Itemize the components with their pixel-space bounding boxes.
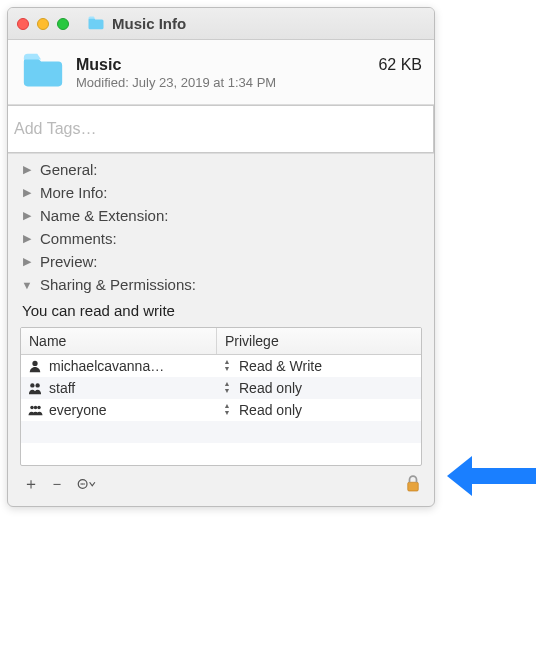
- svg-point-8: [82, 483, 84, 485]
- window-title: Music Info: [112, 15, 186, 32]
- people-icon: [27, 380, 43, 396]
- svg-point-2: [35, 383, 39, 387]
- user-name: everyone: [49, 402, 107, 418]
- permissions-table: Name Privilege michaelcavanna… ▲▼ Read &…: [20, 327, 422, 466]
- permissions-note: You can read and write: [22, 302, 434, 319]
- section-comments[interactable]: ▶ Comments:: [8, 227, 434, 250]
- info-window: Music Info Music 62 KB Modified: July 23…: [7, 7, 435, 507]
- section-name-extension[interactable]: ▶ Name & Extension:: [8, 204, 434, 227]
- chevron-right-icon: ▶: [20, 163, 34, 177]
- file-name: Music: [76, 56, 121, 74]
- lock-icon[interactable]: [404, 475, 422, 493]
- table-row-empty: [21, 443, 421, 465]
- table-row-empty: [21, 421, 421, 443]
- column-header-privilege[interactable]: Privilege: [217, 328, 421, 354]
- folder-icon: [87, 15, 105, 33]
- section-sharing-permissions[interactable]: ▼ Sharing & Permissions:: [8, 273, 434, 296]
- section-label: Comments:: [40, 230, 117, 247]
- table-row[interactable]: staff ▲▼ Read only: [21, 377, 421, 399]
- svg-point-1: [30, 383, 34, 387]
- group-icon: [27, 402, 43, 418]
- table-row[interactable]: michaelcavanna… ▲▼ Read & Write: [21, 355, 421, 377]
- section-label: More Info:: [40, 184, 108, 201]
- svg-point-5: [37, 406, 41, 410]
- modified-date: Modified: July 23, 2019 at 1:34 PM: [76, 75, 422, 90]
- privilege-menu[interactable]: Read & Write: [239, 358, 322, 374]
- minimize-window-button[interactable]: [37, 18, 49, 30]
- traffic-lights: [17, 18, 69, 30]
- titlebar: Music Info: [8, 8, 434, 40]
- folder-icon: [20, 50, 66, 96]
- tags-input[interactable]: [8, 105, 434, 153]
- section-more-info[interactable]: ▶ More Info:: [8, 181, 434, 204]
- section-label: Preview:: [40, 253, 98, 270]
- svg-point-4: [33, 406, 37, 410]
- user-name: staff: [49, 380, 75, 396]
- close-window-button[interactable]: [17, 18, 29, 30]
- column-header-name[interactable]: Name: [21, 328, 217, 354]
- callout-arrow-icon: [442, 451, 542, 504]
- stepper-icon[interactable]: ▲▼: [221, 402, 233, 418]
- section-preview[interactable]: ▶ Preview:: [8, 250, 434, 273]
- stepper-icon[interactable]: ▲▼: [221, 380, 233, 396]
- section-label: Name & Extension:: [40, 207, 168, 224]
- table-row[interactable]: everyone ▲▼ Read only: [21, 399, 421, 421]
- svg-point-9: [83, 483, 85, 485]
- stepper-icon[interactable]: ▲▼: [221, 358, 233, 374]
- file-size: 62 KB: [378, 56, 422, 74]
- remove-user-button[interactable]: －: [46, 474, 68, 494]
- svg-rect-10: [408, 482, 419, 491]
- svg-point-0: [32, 361, 37, 366]
- svg-point-7: [80, 483, 82, 485]
- chevron-right-icon: ▶: [20, 186, 34, 200]
- action-menu-button[interactable]: [72, 474, 102, 494]
- section-label: General:: [40, 161, 98, 178]
- privilege-menu[interactable]: Read only: [239, 380, 302, 396]
- add-user-button[interactable]: ＋: [20, 474, 42, 494]
- person-icon: [27, 358, 43, 374]
- file-header: Music 62 KB Modified: July 23, 2019 at 1…: [8, 40, 434, 105]
- chevron-right-icon: ▶: [20, 209, 34, 223]
- permissions-footer: ＋ －: [8, 470, 434, 502]
- privilege-menu[interactable]: Read only: [239, 402, 302, 418]
- chevron-right-icon: ▶: [20, 255, 34, 269]
- user-name: michaelcavanna…: [49, 358, 164, 374]
- section-label: Sharing & Permissions:: [40, 276, 196, 293]
- section-general[interactable]: ▶ General:: [8, 158, 434, 181]
- svg-point-3: [30, 406, 34, 410]
- chevron-down-icon: ▼: [20, 278, 34, 292]
- zoom-window-button[interactable]: [57, 18, 69, 30]
- chevron-right-icon: ▶: [20, 232, 34, 246]
